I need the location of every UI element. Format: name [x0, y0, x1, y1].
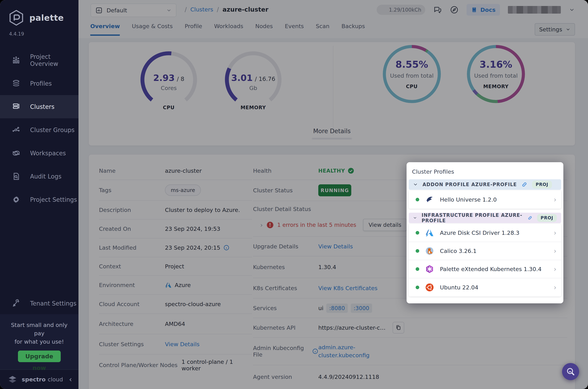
cluster-profiles-popup: Cluster Profiles ADDON PROFILE AZURE-PRO… — [407, 162, 563, 303]
chevron-right-icon: › — [554, 265, 557, 273]
status-dot-green — [416, 231, 419, 235]
chevron-right-icon: › — [554, 229, 557, 237]
sidebar-item-project-overview[interactable]: Project Overview — [0, 49, 79, 72]
profile-pack-calico[interactable]: Calico 3.26.1 › — [409, 242, 561, 260]
sidebar-bottom: Tenant Settings Start small and only pay… — [0, 292, 79, 389]
chevron-down-icon — [413, 216, 417, 220]
upsell-message: Start small and only pay for what you us… — [5, 321, 73, 346]
scope-badge: PROJ — [532, 181, 552, 189]
profile-pack-hello-universe[interactable]: Hello Universe 1.2.0 › — [409, 191, 561, 209]
bar-chart-icon — [12, 56, 20, 65]
spectro-cloud-brand: spectrocloud — [22, 376, 69, 383]
chevron-down-icon — [413, 182, 418, 187]
chevron-right-icon: › — [554, 283, 557, 292]
profile-pack-azure-disk-csi[interactable]: Azure Disk CSI Driver 1.28.3 › — [409, 224, 561, 242]
scope-badge: PROJ — [537, 214, 557, 222]
sidebar-item-cluster-groups[interactable]: Cluster Groups — [0, 118, 79, 141]
status-dot-green — [416, 267, 419, 271]
tools-icon — [12, 299, 20, 308]
sidebar-item-label: Project Settings — [30, 196, 77, 203]
sidebar-item-workspaces[interactable]: Workspaces — [0, 141, 79, 165]
search-widget-button[interactable] — [562, 363, 579, 380]
upgrade-now-button[interactable]: Upgrade now — [18, 351, 61, 362]
orbit-icon — [12, 149, 20, 157]
sidebar-item-label: Tenant Settings — [30, 300, 77, 307]
sidebar-item-label: Clusters — [30, 103, 54, 110]
doc-search-icon — [12, 172, 20, 181]
hello-universe-icon — [425, 195, 434, 204]
profile-pack-ubuntu[interactable]: Ubuntu 22.04 › — [409, 278, 561, 296]
status-dot-green — [416, 198, 419, 201]
layers-icon — [12, 79, 20, 88]
sidebar: palette 4.4.19 Project Overview Profiles… — [0, 0, 79, 389]
palette-app-window: palette 4.4.19 Project Overview Profiles… — [0, 0, 588, 389]
calico-icon — [425, 246, 434, 256]
collapse-sidebar-icon[interactable]: ‹ — [69, 375, 72, 384]
link-icon[interactable] — [522, 182, 527, 187]
sidebar-item-profiles[interactable]: Profiles — [0, 72, 79, 95]
magnifier-smile-icon — [566, 367, 575, 376]
status-dot-green — [416, 249, 419, 253]
server-icon — [12, 102, 20, 111]
molecule-icon — [12, 126, 20, 134]
addon-profile-header[interactable]: ADDON PROFILE AZURE-PROFILE PROJ — [409, 179, 561, 190]
link-icon[interactable] — [528, 215, 532, 221]
gear-icon — [12, 195, 20, 204]
brand: palette — [0, 0, 79, 26]
spectro-cloud-logo-icon — [7, 375, 18, 384]
app-version: 4.4.19 — [0, 26, 79, 37]
chevron-right-icon: › — [554, 247, 557, 255]
infrastructure-profile-header[interactable]: INFRASTRUCTURE PROFILE AZURE-PROFILE PRO… — [409, 213, 561, 223]
upsell-panel: Start small and only pay for what you us… — [0, 314, 79, 369]
sidebar-item-label: Audit Logs — [30, 173, 61, 180]
sidebar-item-label: Workspaces — [30, 150, 66, 157]
palette-logo-icon — [8, 9, 25, 26]
sidebar-item-label: Profiles — [30, 80, 52, 87]
infrastructure-profile-rows: Azure Disk CSI Driver 1.28.3 › Calico 3.… — [409, 224, 561, 296]
sidebar-item-clusters[interactable]: Clusters — [0, 95, 79, 118]
azure-icon — [425, 228, 434, 237]
ubuntu-icon — [425, 283, 434, 292]
sidebar-item-label: Project Overview — [30, 53, 79, 67]
sidebar-item-tenant-settings[interactable]: Tenant Settings — [0, 292, 79, 314]
logo-text: palette — [29, 13, 64, 23]
sidebar-item-label: Cluster Groups — [30, 127, 75, 133]
addon-profile-rows: Hello Universe 1.2.0 › — [409, 191, 561, 209]
profile-pack-palette-extended-kubernetes[interactable]: Palette eXtended Kubernetes 1.30.4 › — [409, 260, 561, 278]
status-dot-green — [416, 286, 419, 289]
popup-title: Cluster Profiles — [412, 168, 561, 175]
chevron-right-icon: › — [554, 195, 557, 204]
sidebar-nav: Project Overview Profiles Clusters Clust… — [0, 49, 79, 211]
sidebar-item-audit-logs[interactable]: Audit Logs — [0, 165, 79, 188]
sidebar-item-project-settings[interactable]: Project Settings — [0, 188, 79, 211]
pxk-icon — [425, 264, 434, 274]
